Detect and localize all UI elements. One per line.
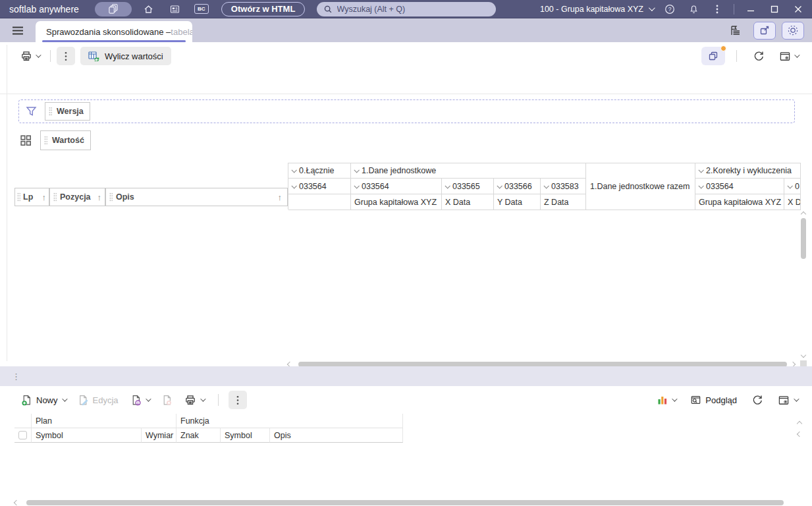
- expand-chevron-icon: [445, 183, 450, 188]
- group-header-dane-jednostkowe[interactable]: 1.Dane jednostkowe: [351, 163, 586, 179]
- record-info-button[interactable]: [126, 391, 153, 409]
- chevron-down-icon: [794, 396, 799, 401]
- global-search[interactable]: [317, 2, 496, 16]
- pivot-field-label: Wersja: [57, 107, 84, 116]
- company-code-header[interactable]: 033566: [494, 179, 541, 194]
- duplicate-icon: [708, 51, 718, 61]
- scroll-left-icon[interactable]: [14, 499, 19, 505]
- new-record-button[interactable]: Nowy: [17, 391, 70, 409]
- more-options-button[interactable]: [710, 2, 724, 16]
- expand-chevron-icon: [291, 167, 296, 173]
- print-detail-button[interactable]: [180, 391, 208, 409]
- data-fields-grid-icon: [20, 134, 32, 147]
- company-code-header[interactable]: 033564: [351, 179, 442, 194]
- bc-module-button[interactable]: BC: [192, 1, 211, 17]
- toolbar-divider: [736, 50, 737, 62]
- company-code-header[interactable]: 033565: [442, 179, 494, 194]
- select-all-checkbox[interactable]: [18, 431, 27, 439]
- layout-settings-button[interactable]: [774, 47, 803, 65]
- toolbar-divider: [50, 50, 51, 62]
- chevron-down-icon: [36, 52, 41, 57]
- svg-text:?: ?: [668, 6, 672, 13]
- column-header-znak[interactable]: Znak: [176, 428, 221, 443]
- chevron-down-icon: [649, 5, 655, 11]
- column-header-opis[interactable]: Opis: [270, 428, 403, 443]
- company-code-header[interactable]: 033564: [288, 179, 351, 194]
- toolbar-divider: [218, 394, 219, 406]
- company-code-header[interactable]: 033564: [695, 179, 784, 194]
- refresh-detail-button[interactable]: [747, 391, 767, 409]
- vertical-scrollbar[interactable]: [800, 210, 807, 360]
- chart-view-button[interactable]: [653, 391, 680, 409]
- company-code-header[interactable]: 0: [784, 179, 801, 194]
- search-input[interactable]: [337, 5, 475, 14]
- column-header-lp[interactable]: Lp ↑: [14, 188, 49, 206]
- printer-icon: [184, 395, 196, 406]
- new-record-label: Nowy: [36, 395, 58, 405]
- scroll-up-icon[interactable]: [801, 211, 806, 217]
- company-name-header: X Data: [442, 194, 494, 210]
- vertical-scrollbar-thumb[interactable]: [801, 218, 806, 259]
- workspaces-button[interactable]: [95, 2, 132, 16]
- scroll-up-icon[interactable]: [797, 421, 802, 426]
- company-selector[interactable]: 100 - Grupa kapitałowa XYZ: [540, 5, 653, 14]
- tab-sprawozdania-skonsolidowane[interactable]: Sprawozdania skonsolidowane – tabela: [36, 21, 192, 42]
- printer-icon: [20, 51, 32, 62]
- group-header-korekty[interactable]: 2.Korekty i wykluczenia: [695, 163, 801, 179]
- tab-title-suffix: tabela: [171, 27, 192, 37]
- scroll-down-icon[interactable]: [801, 352, 806, 358]
- detail-toolbar: Nowy Edycja: [0, 386, 812, 414]
- pivot-field-wartosc[interactable]: Wartość: [40, 130, 91, 150]
- expand-chevron-icon: [698, 167, 703, 173]
- table-sub-header-row: Symbol Wymiar Znak Symbol Opis: [14, 428, 795, 443]
- open-in-html-button[interactable]: Otwórz w HTML: [221, 2, 306, 16]
- detail-layout-settings-button[interactable]: [774, 391, 801, 409]
- delete-record-button[interactable]: [157, 391, 176, 409]
- column-header-opis[interactable]: Opis ↑: [105, 188, 288, 206]
- sort-ascending-icon: ↑: [42, 192, 47, 202]
- minimize-button[interactable]: [744, 2, 758, 16]
- share-view-button[interactable]: [753, 22, 776, 40]
- left-splitter[interactable]: [7, 45, 7, 361]
- duplicate-view-button[interactable]: [701, 47, 725, 65]
- tabs-drag-handle-icon[interactable]: ⋮: [12, 372, 20, 381]
- column-header-plan-symbol[interactable]: Symbol: [32, 428, 142, 443]
- column-header-pozycja[interactable]: Pozycja ↑: [49, 188, 105, 206]
- detail-horizontal-scrollbar[interactable]: [14, 499, 795, 506]
- more-detail-actions-button[interactable]: [229, 391, 247, 409]
- print-button[interactable]: [16, 47, 44, 65]
- group-header-lacznie[interactable]: 0.Łącznie: [288, 163, 351, 179]
- group-header-spacer: [14, 414, 32, 428]
- refresh-button[interactable]: [748, 47, 769, 65]
- window-settings-icon: [779, 51, 791, 62]
- company-name-header: Grupa kapitałowa XYZ: [695, 194, 784, 210]
- preview-button[interactable]: Podgląd: [686, 391, 741, 409]
- news-button[interactable]: [166, 1, 184, 17]
- edit-record-button[interactable]: Edycja: [74, 391, 122, 409]
- notifications-button[interactable]: [686, 2, 701, 16]
- column-header-wymiar[interactable]: Wymiar: [142, 428, 176, 443]
- column-header-funkcja-symbol[interactable]: Symbol: [221, 428, 270, 443]
- calculate-values-button[interactable]: Wylicz wartości: [80, 47, 171, 65]
- close-button[interactable]: [791, 2, 805, 16]
- report-pane: Wylicz wartości: [0, 42, 812, 366]
- company-name-header: X D: [784, 194, 801, 210]
- detail-scrollbar-thumb[interactable]: [26, 500, 784, 505]
- home-button[interactable]: [140, 1, 158, 17]
- scroll-left-icon[interactable]: [797, 432, 802, 437]
- table-group-header-row: Plan Funkcja: [14, 414, 795, 428]
- tab-title: Sprawozdania skonsolidowane –: [46, 27, 171, 37]
- select-all-cell: [14, 428, 32, 443]
- theme-toggle-button[interactable]: [782, 22, 804, 40]
- group-header-razem[interactable]: 1.Dane jednostkowe razem: [586, 163, 695, 210]
- help-button[interactable]: ?: [663, 2, 677, 16]
- pivot-field-wersja[interactable]: Wersja: [45, 102, 90, 121]
- expand-chevron-icon: [291, 183, 296, 188]
- maximize-button[interactable]: [767, 2, 782, 16]
- window-list-button[interactable]: [726, 22, 745, 39]
- more-actions-button[interactable]: [57, 47, 75, 65]
- company-code-header[interactable]: 033583: [541, 179, 586, 194]
- pivot-filter-area[interactable]: Wersja: [18, 99, 795, 123]
- main-menu-button[interactable]: [12, 26, 24, 35]
- titlebar-divider: [734, 4, 734, 14]
